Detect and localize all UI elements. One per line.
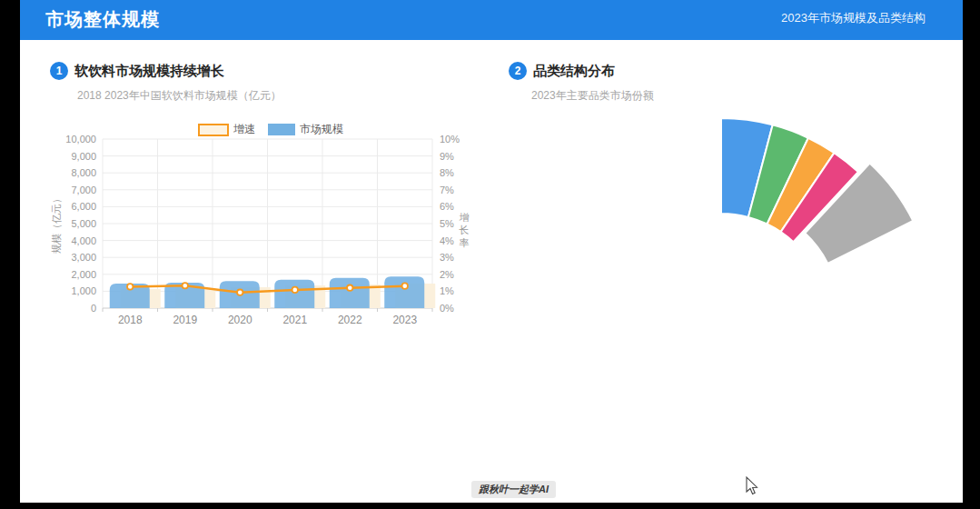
svg-text:0%: 0% <box>440 303 454 314</box>
svg-text:2022: 2022 <box>338 314 362 326</box>
letterbox-bottom <box>0 503 980 509</box>
letterbox-left <box>0 0 20 509</box>
svg-text:8,000: 8,000 <box>71 167 96 178</box>
svg-text:6%: 6% <box>440 201 454 212</box>
svg-text:5,000: 5,000 <box>71 218 96 229</box>
svg-text:1,000: 1,000 <box>71 285 96 296</box>
svg-text:2018: 2018 <box>118 314 143 326</box>
svg-text:9%: 9% <box>440 151 454 162</box>
svg-text:2,000: 2,000 <box>71 269 96 280</box>
svg-text:2021: 2021 <box>282 314 307 326</box>
svg-text:规模（亿元）: 规模（亿元） <box>51 194 62 254</box>
section-1-badge: 1 <box>50 62 68 80</box>
section-2-title: 品类结构分布 <box>533 63 615 80</box>
svg-text:10,000: 10,000 <box>65 134 96 145</box>
section-1-title: 软饮料市场规模持续增长 <box>74 63 224 80</box>
svg-text:2019: 2019 <box>173 314 197 326</box>
market-size-bar-chart[interactable]: 10,00010%9,0009%8,0008%7,0007%6,0006%5,0… <box>36 114 500 341</box>
svg-text:7,000: 7,000 <box>71 185 96 195</box>
page-title: 市场整体规模 <box>45 7 160 32</box>
svg-text:率: 率 <box>460 237 470 248</box>
svg-text:增: 增 <box>460 212 470 223</box>
svg-text:3%: 3% <box>440 252 454 263</box>
category-share-pie-chart[interactable] <box>581 91 972 345</box>
svg-text:2023: 2023 <box>392 314 417 326</box>
svg-text:4%: 4% <box>440 235 454 246</box>
watermark-badge: 跟秋叶一起学AI <box>471 481 556 498</box>
svg-text:0: 0 <box>91 303 96 314</box>
svg-text:10%: 10% <box>440 134 460 145</box>
header-subtitle: 2023年市场规模及品类结构 <box>781 10 926 26</box>
svg-text:长: 长 <box>459 225 470 235</box>
svg-text:2020: 2020 <box>228 314 252 326</box>
svg-text:2%: 2% <box>440 269 454 280</box>
svg-text:5%: 5% <box>440 218 454 229</box>
slide-header: 市场整体规模 2023年市场规模及品类结构 <box>20 0 963 40</box>
section-2-badge: 2 <box>509 62 527 80</box>
svg-text:6,000: 6,000 <box>71 201 96 212</box>
section-1-subtitle: 2018 2023年中国软饮料市场规模（亿元） <box>77 88 282 104</box>
svg-text:7%: 7% <box>440 185 454 195</box>
svg-text:4,000: 4,000 <box>71 235 96 246</box>
svg-text:3,000: 3,000 <box>71 252 96 263</box>
mouse-cursor-icon <box>744 475 760 497</box>
svg-text:9,000: 9,000 <box>71 151 96 162</box>
slide-canvas: 市场整体规模 2023年市场规模及品类结构 1 软饮料市场规模持续增长 2018… <box>0 0 980 509</box>
svg-text:8%: 8% <box>440 167 454 178</box>
svg-text:1%: 1% <box>440 285 454 296</box>
